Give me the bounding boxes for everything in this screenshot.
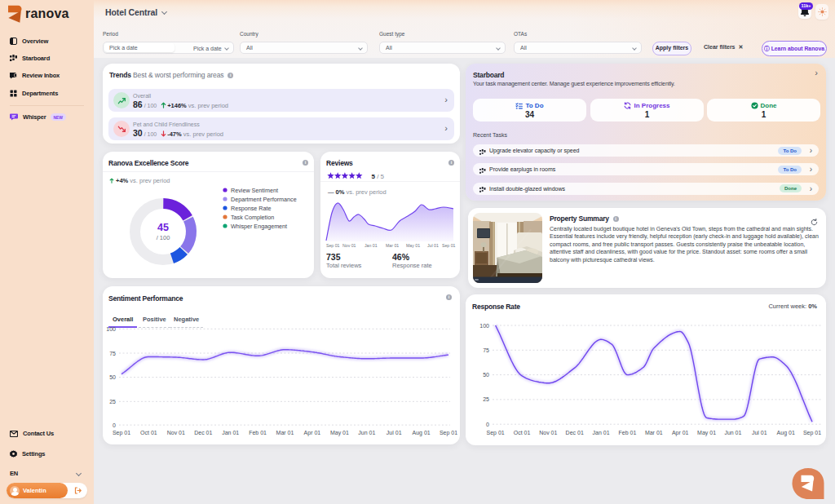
svg-text:100: 100 [106,326,116,332]
svg-text:Oct 01: Oct 01 [140,430,157,435]
svg-text:/ 100: / 100 [157,234,170,241]
svg-text:Apr 01: Apr 01 [672,430,689,436]
svg-text:Jul 01: Jul 01 [427,243,439,248]
svg-text:Jun 01: Jun 01 [358,430,375,435]
svg-text:Jan 01: Jan 01 [222,430,239,435]
svg-text:Sep 01: Sep 01 [113,430,130,436]
svg-text:Sep 01: Sep 01 [440,430,457,436]
svg-text:25: 25 [483,396,489,402]
svg-text:Jun 01: Jun 01 [724,430,741,435]
svg-text:Sep 01: Sep 01 [803,430,821,436]
svg-text:Response rate: Response rate [392,262,432,269]
svg-text:Mar 01: Mar 01 [276,430,294,435]
svg-text:735: 735 [326,252,341,262]
svg-text:May 01: May 01 [330,430,349,436]
svg-text:50: 50 [109,374,116,380]
svg-text:75: 75 [483,347,489,353]
svg-text:100: 100 [479,323,489,329]
svg-text:Mar 01: Mar 01 [645,430,663,435]
svg-text:May 01: May 01 [406,243,420,248]
svg-text:Jul 01: Jul 01 [387,430,402,435]
svg-text:45: 45 [157,222,169,233]
svg-text:0: 0 [486,422,489,427]
svg-text:Jul 01: Jul 01 [752,430,767,435]
svg-text:Jan 01: Jan 01 [593,430,610,435]
svg-text:Total reviews: Total reviews [326,262,362,269]
svg-text:0: 0 [113,422,116,428]
svg-text:Oct 01: Oct 01 [514,430,531,435]
svg-text:May 01: May 01 [697,430,716,436]
svg-text:Feb 01: Feb 01 [619,430,637,435]
svg-text:Nov 01: Nov 01 [342,243,356,248]
svg-text:Feb 01: Feb 01 [249,430,267,435]
svg-text:75: 75 [109,351,116,356]
svg-text:Review Sentiment: Review Sentiment [231,187,278,194]
svg-text:Aug 01: Aug 01 [777,430,795,436]
svg-text:Sep 01: Sep 01 [326,243,340,248]
svg-text:Response Rate: Response Rate [231,205,272,212]
svg-text:Aug 01: Aug 01 [413,430,431,436]
svg-text:46%: 46% [392,252,410,262]
svg-text:50: 50 [483,372,489,378]
svg-text:Nov 01: Nov 01 [167,430,185,435]
svg-text:Sep 01: Sep 01 [487,430,505,436]
svg-text:Mar 01: Mar 01 [386,243,399,248]
svg-text:Task Completion: Task Completion [231,214,274,221]
svg-text:Apr 01: Apr 01 [304,430,321,436]
svg-text:Nov 01: Nov 01 [539,430,557,435]
svg-text:25: 25 [109,399,116,405]
svg-text:Dec 01: Dec 01 [194,430,212,435]
svg-text:Jan 01: Jan 01 [364,243,378,248]
svg-text:Department Performance: Department Performance [231,196,297,203]
svg-text:Whisper Engagement: Whisper Engagement [231,223,287,230]
svg-text:Sep 01: Sep 01 [442,243,456,248]
svg-text:Dec 01: Dec 01 [566,430,584,435]
